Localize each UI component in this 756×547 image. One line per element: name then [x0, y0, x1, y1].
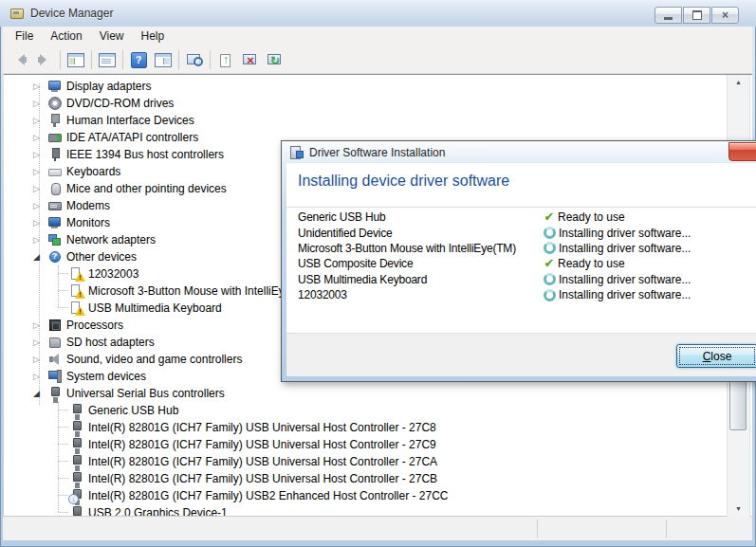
- menu-view[interactable]: View: [91, 27, 133, 46]
- tree-item[interactable]: ▷Display adapters: [4, 78, 752, 95]
- expand-arrow-icon[interactable]: ▷: [33, 180, 48, 197]
- tree-item-label: Monitors: [66, 216, 110, 229]
- collapse-arrow-icon[interactable]: ◢: [33, 248, 48, 265]
- installing-spinner-icon: [544, 289, 556, 301]
- expand-arrow-icon[interactable]: ▷: [33, 163, 48, 180]
- tree-item[interactable]: Intel(R) 82801G (ICH7 Family) USB Univer…: [4, 453, 752, 470]
- back-button[interactable]: [8, 48, 32, 71]
- other-icon: [48, 250, 62, 264]
- title-bar: Device Manager: [0, 0, 756, 27]
- back-arrow-icon: [12, 54, 28, 65]
- tree-item-label: Intel(R) 82801G (ICH7 Family) USB2 Enhan…: [88, 489, 448, 502]
- tree-item-label: Intel(R) 82801G (ICH7 Family) USB Univer…: [88, 472, 437, 485]
- mouse-icon: [48, 182, 62, 195]
- device-status: Installing driver software...: [543, 242, 691, 255]
- restore-button[interactable]: [683, 7, 710, 24]
- help-button[interactable]: ?: [126, 48, 151, 71]
- tree-item[interactable]: ▷DVD/CD-ROM drives: [4, 95, 752, 112]
- properties-button[interactable]: [95, 48, 120, 71]
- installing-spinner-icon: [544, 227, 556, 239]
- close-window-button[interactable]: ×: [711, 7, 739, 24]
- device-name: Microsoft 3-Button Mouse with IntelliEye…: [298, 242, 543, 255]
- device-status-row: 12032003Installing driver software...: [298, 287, 756, 302]
- scan-hardware-changes-button[interactable]: ↻: [263, 48, 287, 71]
- ready-check-icon: ✔: [543, 256, 556, 270]
- scroll-down-icon[interactable]: ▼: [728, 501, 749, 517]
- tree-item-label: USB Multimedia Keyboard: [88, 301, 222, 315]
- update-driver-button[interactable]: ↑: [213, 48, 238, 71]
- tree-item-label: Intel(R) 82801G (ICH7 Family) USB Univer…: [88, 421, 436, 434]
- tree-item[interactable]: Intel(R) 82801G (ICH7 Family) USB2 Enhan…: [4, 487, 752, 504]
- tree-item-label: Human Interface Devices: [66, 114, 194, 127]
- device-status-text: Installing driver software...: [559, 273, 691, 286]
- expand-arrow-icon[interactable]: ▷: [33, 214, 48, 231]
- restore-icon: [692, 10, 702, 20]
- dialog-close-button[interactable]: [728, 142, 756, 161]
- dvd-icon: [48, 97, 62, 110]
- usb-icon: [70, 455, 83, 468]
- warning-icon: [70, 284, 83, 298]
- window-controls: ×: [654, 7, 739, 24]
- device-name: USB Multimedia Keyboard: [298, 273, 543, 286]
- show-action-pane-button[interactable]: [151, 48, 175, 71]
- status-bar: [3, 516, 752, 540]
- tree-item-label: Generic USB Hub: [88, 404, 178, 417]
- expand-arrow-icon[interactable]: ▷: [33, 368, 48, 385]
- tree-item[interactable]: Intel(R) 82801G (ICH7 Family) USB Univer…: [4, 436, 752, 453]
- device-status-row: USB Composite Device✔Ready to use: [298, 256, 756, 271]
- uninstall-button[interactable]: ×: [238, 48, 263, 71]
- forward-button[interactable]: [32, 48, 57, 71]
- help-icon: ?: [131, 52, 147, 68]
- tree-item-label: Sound, video and game controllers: [66, 353, 242, 366]
- minimize-button[interactable]: [655, 7, 682, 24]
- expand-arrow-icon[interactable]: ▷: [33, 112, 48, 129]
- expand-arrow-icon[interactable]: ▷: [33, 334, 48, 351]
- tree-item-label: Keyboards: [66, 165, 120, 178]
- toolbar-separator: [60, 50, 61, 69]
- dialog-footer: Close: [286, 333, 756, 376]
- show-console-tree-button[interactable]: [64, 48, 88, 71]
- tree-item[interactable]: ◢Universal Serial Bus controllers: [4, 385, 752, 402]
- expand-arrow-icon[interactable]: ▷: [33, 129, 48, 146]
- toolbar: ? ↑ × ↻: [3, 46, 752, 74]
- forward-arrow-icon: [37, 54, 52, 65]
- usb-icon: [70, 438, 83, 451]
- properties-icon: [99, 53, 116, 67]
- expand-arrow-icon[interactable]: ▷: [33, 231, 48, 248]
- tree-item-label: IEEE 1394 Bus host controllers: [66, 148, 224, 161]
- collapse-arrow-icon[interactable]: ◢: [33, 385, 48, 402]
- expand-arrow-icon[interactable]: ▷: [33, 351, 48, 368]
- status-bar-separator: [666, 520, 667, 538]
- tree-item[interactable]: Intel(R) 82801G (ICH7 Family) USB Univer…: [4, 470, 752, 487]
- tree-item-label: Network adapters: [66, 233, 156, 246]
- dialog-title: Driver Software Installation: [309, 146, 445, 159]
- menu-help[interactable]: Help: [133, 27, 174, 46]
- menu-bar: File Action View Help: [3, 27, 752, 46]
- scroll-up-icon[interactable]: ▲: [728, 75, 749, 90]
- close-button[interactable]: Close: [676, 344, 756, 368]
- scan-button[interactable]: [182, 48, 207, 71]
- expand-arrow-icon[interactable]: ▷: [33, 197, 48, 214]
- device-status-list: Generic USB Hub✔Ready to useUnidentified…: [298, 210, 756, 302]
- tree-item-label: DVD/CD-ROM drives: [66, 97, 174, 110]
- device-name: 12032003: [298, 288, 543, 301]
- processor-icon: [48, 319, 62, 332]
- tree-item[interactable]: Intel(R) 82801G (ICH7 Family) USB Univer…: [4, 419, 752, 436]
- usb-icon: [70, 404, 83, 417]
- scrollbar-thumb[interactable]: [729, 374, 747, 430]
- menu-action[interactable]: Action: [42, 27, 90, 46]
- device-status-text: Installing driver software...: [559, 227, 691, 240]
- tree-item[interactable]: Generic USB Hub: [4, 402, 752, 419]
- expand-arrow-icon[interactable]: ▷: [33, 95, 48, 112]
- expand-arrow-icon[interactable]: ▷: [33, 317, 48, 334]
- sd-icon: [48, 336, 62, 349]
- expand-arrow-icon[interactable]: ▷: [33, 146, 48, 163]
- expand-arrow-icon[interactable]: ▷: [33, 78, 48, 95]
- tree-item[interactable]: ▷Human Interface Devices: [4, 112, 752, 129]
- device-manager-icon: [9, 6, 25, 21]
- usb-down-icon: [70, 489, 83, 502]
- device-status-row: Unidentified DeviceInstalling driver sof…: [298, 225, 756, 240]
- tree-item-label: Other devices: [66, 250, 137, 264]
- tree-item-label: Universal Serial Bus controllers: [66, 387, 225, 400]
- menu-file[interactable]: File: [7, 27, 42, 46]
